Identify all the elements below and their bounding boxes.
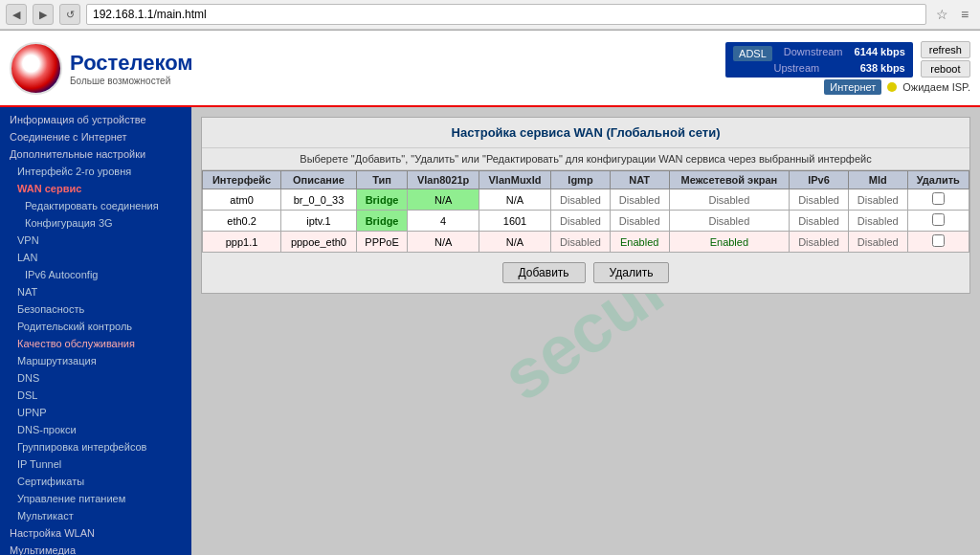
- action-buttons: refresh reboot: [921, 41, 970, 78]
- logo-area: Ростелеком Больше возможностей: [10, 42, 193, 95]
- col-type: Тип: [356, 171, 408, 189]
- adsl-badge: ADSL: [733, 46, 772, 61]
- table-row: eth0.2 iptv.1 Bridge 4 1601 Disabled Dis…: [203, 211, 969, 232]
- table-row: atm0 br_0_0_33 Bridge N/A N/A Disabled D…: [203, 189, 969, 211]
- company-slogan: Больше возможностей: [70, 76, 193, 86]
- sidebar-item-dns[interactable]: DNS: [0, 369, 191, 387]
- upstream-row: Upstream 638 kbps: [733, 62, 905, 74]
- company-name: Ростелеком: [70, 51, 193, 76]
- sidebar: Информация об устройстве Соединение с Ин…: [0, 107, 191, 555]
- sidebar-item-security[interactable]: Безопасность: [0, 300, 191, 318]
- reload-button[interactable]: ↺: [59, 4, 80, 25]
- downstream-value: 6144 kbps: [855, 46, 905, 61]
- cell-vlanmuxid: N/A: [479, 189, 550, 211]
- sidebar-item-wan[interactable]: WAN сервис: [0, 180, 191, 197]
- page-title: Настройка сервиса WAN (Глобальной сети): [202, 118, 969, 148]
- col-ipv6: IPv6: [790, 171, 849, 189]
- delete-button[interactable]: Удалить: [593, 262, 670, 283]
- cell-description: iptv.1: [281, 211, 357, 232]
- col-nat: NAT: [610, 171, 669, 189]
- cell-mld: Disabled: [848, 232, 907, 253]
- browser-toolbar: ◀ ▶ ↺ ☆ ≡: [0, 0, 980, 30]
- cell-vlanmuxid: 1601: [479, 211, 550, 232]
- sidebar-item-internet[interactable]: Соединение с Интернет: [0, 128, 191, 145]
- delete-checkbox[interactable]: [932, 192, 945, 205]
- cell-delete[interactable]: [907, 232, 969, 253]
- cell-igmp: Disabled: [551, 232, 611, 253]
- sidebar-item-ipv6auto[interactable]: IPv6 Autoconfig: [0, 266, 191, 283]
- delete-checkbox[interactable]: [932, 234, 945, 247]
- cell-description: pppoe_eth0: [281, 232, 357, 253]
- col-mld: Mld: [848, 171, 907, 189]
- col-vlanmuxid: VlanMuxId: [479, 171, 550, 189]
- menu-icon[interactable]: ≡: [955, 5, 974, 24]
- sidebar-item-3g[interactable]: Конфигурация 3G: [0, 214, 191, 232]
- upstream-label: Upstream: [774, 62, 820, 74]
- sidebar-item-routing[interactable]: Маршрутизация: [0, 352, 191, 369]
- refresh-button[interactable]: refresh: [921, 41, 970, 58]
- sidebar-item-upnp[interactable]: UPNP: [0, 404, 191, 421]
- sidebar-item-lan[interactable]: LAN: [0, 249, 191, 266]
- cell-nat: Enabled: [610, 232, 669, 253]
- browser-chrome: ◀ ▶ ↺ ☆ ≡: [0, 0, 980, 31]
- cell-vlan8021p: N/A: [408, 232, 479, 253]
- sidebar-item-dns-proxy[interactable]: DNS-прокси: [0, 421, 191, 438]
- cell-delete[interactable]: [907, 189, 969, 211]
- sidebar-item-qos[interactable]: Качество обслуживания: [0, 335, 191, 352]
- col-vlan8021p: Vlan8021p: [408, 171, 479, 189]
- address-bar[interactable]: [86, 4, 926, 25]
- internet-badge: Интернет: [824, 79, 881, 95]
- add-button[interactable]: Добавить: [502, 262, 586, 283]
- main-content: Информация об устройстве Соединение с Ин…: [0, 107, 980, 555]
- cell-igmp: Disabled: [551, 189, 611, 211]
- sidebar-item-parental[interactable]: Родительский контроль: [0, 318, 191, 335]
- cell-vlan8021p: N/A: [408, 189, 479, 211]
- cell-nat: Disabled: [610, 211, 669, 232]
- sidebar-item-vpn[interactable]: VPN: [0, 232, 191, 249]
- sidebar-item-edit-connections[interactable]: Редактировать соединения: [0, 197, 191, 214]
- adsl-row: ADSL Downstream 6144 kbps: [733, 46, 905, 61]
- table-row: ppp1.1 pppoe_eth0 PPPoE N/A N/A Disabled…: [203, 232, 969, 253]
- cell-mld: Disabled: [848, 211, 907, 232]
- back-button[interactable]: ◀: [6, 4, 27, 25]
- forward-button[interactable]: ▶: [33, 4, 54, 25]
- cell-type: Bridge: [356, 211, 408, 232]
- table-header-row: Интерфейс Описание Тип Vlan8021p VlanMux…: [203, 171, 969, 189]
- cell-type: Bridge: [356, 189, 408, 211]
- header: Ростелеком Больше возможностей ADSL Down…: [0, 31, 980, 107]
- cell-firewall: Disabled: [669, 189, 790, 211]
- cell-delete[interactable]: [907, 211, 969, 232]
- cell-nat: Disabled: [610, 189, 669, 211]
- sidebar-item-info[interactable]: Информация об устройстве: [0, 111, 191, 128]
- cell-description: br_0_0_33: [281, 189, 357, 211]
- cell-firewall: Enabled: [669, 232, 790, 253]
- sidebar-item-advanced[interactable]: Дополнительные настройки: [0, 145, 191, 163]
- status-top: ADSL Downstream 6144 kbps Upstream 638 k…: [725, 41, 970, 78]
- sidebar-item-nat[interactable]: NAT: [0, 283, 191, 300]
- cell-mld: Disabled: [848, 189, 907, 211]
- status-panel: ADSL Downstream 6144 kbps Upstream 638 k…: [725, 41, 970, 95]
- internet-led: [887, 82, 897, 92]
- sidebar-item-power[interactable]: Управление питанием: [0, 490, 191, 507]
- buttons-row: Добавить Удалить: [202, 253, 969, 293]
- delete-checkbox[interactable]: [932, 213, 945, 226]
- sidebar-item-media[interactable]: Мультимедиа: [0, 542, 191, 555]
- wan-table: Интерфейс Описание Тип Vlan8021p VlanMux…: [202, 170, 969, 253]
- sidebar-item-layer2[interactable]: Интерфейс 2-го уровня: [0, 163, 191, 180]
- upstream-value: 638 kbps: [860, 62, 905, 74]
- col-delete: Удалить: [907, 171, 969, 189]
- col-interface: Интерфейс: [203, 171, 281, 189]
- reboot-button[interactable]: reboot: [921, 60, 970, 78]
- sidebar-item-wlan[interactable]: Настройка WLAN: [0, 524, 191, 542]
- bookmark-icon[interactable]: ☆: [932, 5, 951, 24]
- sidebar-item-certs[interactable]: Сертификаты: [0, 473, 191, 490]
- sidebar-item-iface-group[interactable]: Группировка интерфейсов: [0, 438, 191, 455]
- cell-interface: eth0.2: [203, 211, 281, 232]
- col-igmp: Igmp: [551, 171, 611, 189]
- logo-icon: [10, 42, 62, 95]
- sidebar-item-multicast[interactable]: Мультикаст: [0, 507, 191, 524]
- status-bottom: Интернет Ожидаем ISP.: [824, 79, 970, 95]
- page-wrapper: Ростелеком Больше возможностей ADSL Down…: [0, 31, 980, 555]
- sidebar-item-dsl[interactable]: DSL: [0, 387, 191, 404]
- sidebar-item-iptunnel[interactable]: IP Tunnel: [0, 455, 191, 473]
